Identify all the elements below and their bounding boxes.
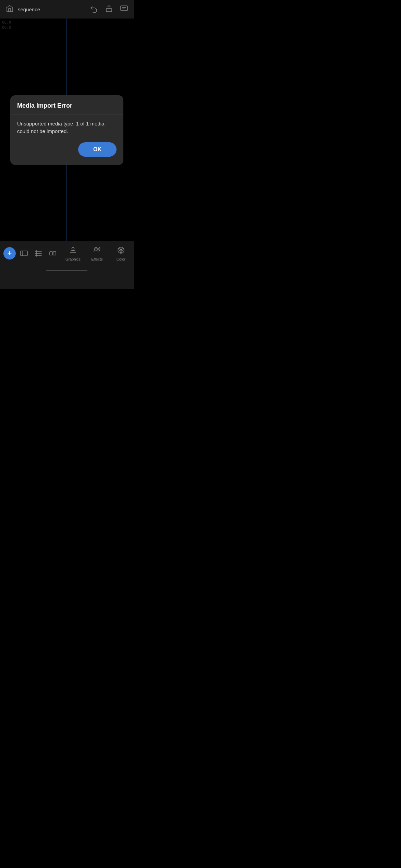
tab-effects[interactable]: Effects xyxy=(85,243,109,264)
svg-point-8 xyxy=(122,249,123,250)
modal-title: Media Import Error xyxy=(17,102,117,109)
home-indicator-bar xyxy=(46,270,87,271)
svg-point-9 xyxy=(120,251,122,252)
clip-tool-3[interactable] xyxy=(47,247,59,260)
modal-message: Unsupported media type. 1 of 1 media cou… xyxy=(17,120,117,135)
svg-point-7 xyxy=(119,249,121,250)
clip-tool-2[interactable] xyxy=(32,247,45,260)
modal-title-area: Media Import Error xyxy=(10,95,123,114)
ok-button[interactable]: OK xyxy=(78,142,117,157)
svg-rect-0 xyxy=(106,9,112,12)
svg-point-5 xyxy=(72,250,74,251)
modal-actions: OK xyxy=(10,142,123,165)
color-label: Color xyxy=(117,257,125,261)
export-icon[interactable] xyxy=(105,4,113,14)
home-icon[interactable] xyxy=(5,4,14,14)
toolbar-right-tabs: Graphics Effects xyxy=(61,243,134,264)
add-clip-button[interactable]: + xyxy=(3,247,16,260)
svg-rect-3 xyxy=(50,252,52,255)
modal-body: Unsupported media type. 1 of 1 media cou… xyxy=(10,114,123,142)
modal-dialog: Media Import Error Unsupported media typ… xyxy=(10,95,123,165)
header-actions xyxy=(90,4,128,14)
color-icon xyxy=(117,246,125,256)
svg-rect-4 xyxy=(53,252,56,255)
effects-icon xyxy=(93,246,101,256)
toolbar-top: + xyxy=(0,241,134,265)
svg-rect-2 xyxy=(21,251,27,256)
bottom-toolbar: + xyxy=(0,241,134,289)
undo-icon[interactable] xyxy=(90,4,98,14)
comment-icon[interactable] xyxy=(120,4,128,14)
tab-speed[interactable]: Speed xyxy=(133,243,134,264)
tab-graphics[interactable]: Graphics xyxy=(61,243,85,264)
svg-rect-1 xyxy=(121,6,127,11)
graphics-label: Graphics xyxy=(65,257,81,261)
tab-color[interactable]: Color xyxy=(109,243,133,264)
plus-icon: + xyxy=(8,249,12,258)
clip-tool-1[interactable] xyxy=(18,247,30,260)
graphics-icon xyxy=(69,246,77,256)
sequence-title: sequence xyxy=(18,7,86,12)
header-bar: sequence xyxy=(0,0,134,19)
home-indicator xyxy=(0,265,134,276)
effects-label: Effects xyxy=(91,257,102,261)
modal-overlay: Media Import Error Unsupported media typ… xyxy=(0,19,134,241)
